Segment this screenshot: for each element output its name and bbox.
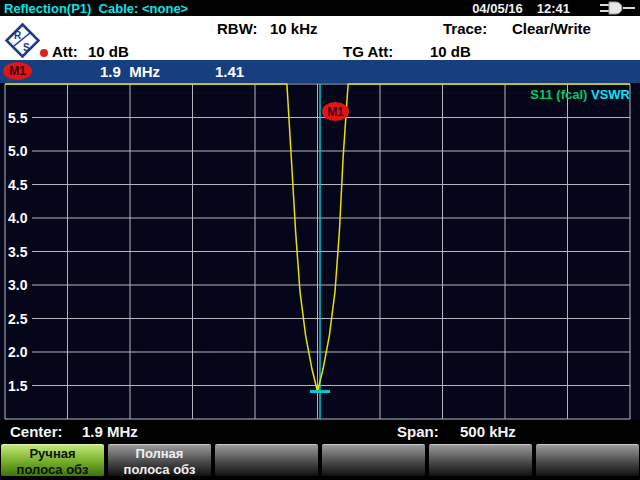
date-label: 04/05/16 [472, 1, 523, 16]
svg-text:5.0: 5.0 [8, 143, 28, 159]
svg-text:2.0: 2.0 [8, 344, 28, 360]
span-value: 500 kHz [460, 423, 516, 440]
ac-power-plug-icon [600, 1, 636, 15]
softkey-blank-6[interactable] [536, 444, 639, 477]
att-label: Att: [52, 43, 78, 60]
rohde-schwarz-logo-icon: R S [5, 23, 40, 62]
svg-text:4.5: 4.5 [8, 177, 28, 193]
attenuation-dot-icon [40, 49, 48, 57]
trace-format-label: S11 (fcal) VSWR [530, 87, 630, 102]
marker-vswr-value: 1.41 [215, 63, 244, 80]
softkey-row: Ручная полоса обз Полная полоса обз [1, 444, 639, 480]
tg-att-label: TG Att: [343, 43, 393, 60]
settings-area: R S RBW: 10 kHz Trace: Clear/Write Att: … [0, 16, 640, 60]
softkey-label-line: полоса обз [1, 462, 104, 478]
softkey-blank-4[interactable] [322, 444, 425, 477]
att-value: 10 dB [88, 43, 129, 60]
softkey-label-line: Полная [108, 446, 211, 462]
softkey-blank-3[interactable] [215, 444, 318, 477]
instrument-screen: Reflection(P1) Cable: <none> 04/05/16 12… [0, 0, 640, 480]
softkey-blank-5[interactable] [429, 444, 532, 477]
center-label: Center: [10, 423, 63, 440]
softkey-manual-span[interactable]: Ручная полоса обз [1, 444, 104, 477]
svg-text:1.5: 1.5 [8, 378, 28, 394]
softkey-full-span[interactable]: Полная полоса обз [108, 444, 211, 477]
frequency-range-bar: Center: 1.9 MHz Span: 500 kHz [0, 420, 640, 444]
marker-readout-bar: M1 1.9 MHz 1.41 [0, 60, 640, 83]
vswr-chart: 1.52.02.53.03.54.04.55.05.5 S11 (fcal) V… [0, 83, 640, 420]
marker-frequency-value: 1.9 MHz [100, 63, 160, 80]
tg-att-value: 10 dB [430, 43, 471, 60]
svg-text:5.5: 5.5 [8, 110, 28, 126]
chart-canvas: 1.52.02.53.03.54.04.55.05.5 [0, 83, 640, 420]
top-status-bar: Reflection(P1) Cable: <none> 04/05/16 12… [0, 0, 640, 16]
measurement-title: Reflection(P1) Cable: <none> [0, 1, 188, 16]
span-label: Span: [397, 423, 439, 440]
rbw-value: 10 kHz [270, 20, 318, 37]
svg-text:2.5: 2.5 [8, 311, 28, 327]
svg-text:R: R [14, 30, 22, 41]
svg-text:S: S [23, 42, 30, 53]
measurement-format-label: VSWR [587, 87, 630, 102]
softkey-label-line: полоса обз [108, 462, 211, 478]
svg-text:3.5: 3.5 [8, 244, 28, 260]
calibration-state-label: S11 (fcal) [530, 87, 587, 102]
svg-text:4.0: 4.0 [8, 210, 28, 226]
trace-mode-value: Clear/Write [512, 20, 591, 37]
rbw-label: RBW: [217, 20, 258, 37]
datetime-group: 04/05/16 12:41 [472, 1, 640, 16]
svg-text:3.0: 3.0 [8, 277, 28, 293]
trace-mode-label: Trace: [443, 20, 487, 37]
marker-m1-badge: M1 [3, 62, 32, 80]
center-value: 1.9 MHz [82, 423, 138, 440]
marker-m1-flag: M1 [322, 102, 349, 121]
softkey-label-line: Ручная [1, 446, 104, 462]
time-label: 12:41 [537, 1, 570, 16]
